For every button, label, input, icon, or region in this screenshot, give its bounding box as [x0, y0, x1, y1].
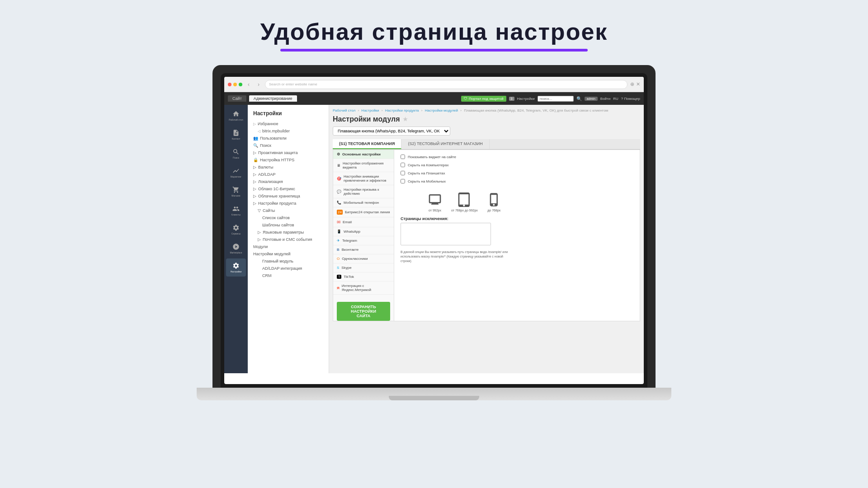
sidebar-item-https[interactable]: 🔒 Настройка HTTPS	[248, 156, 329, 164]
tab-s1[interactable]: (S1) ТЕСТОВАЯ КОМПАНИЯ	[333, 139, 401, 149]
settings-link[interactable]: Настройки	[517, 97, 535, 101]
sidebar-label-search: Поиск	[233, 156, 239, 159]
sidebar-item-locale[interactable]: ▷ Локализация	[248, 178, 329, 185]
menu-item-animation[interactable]: 🎯 Настройки анимации привлечения и эффек…	[333, 172, 394, 185]
content-area: Рабочий стол › Настройки › Настройки про…	[329, 105, 644, 373]
tab-admin[interactable]: Администрирование	[249, 95, 297, 102]
sidebar-item-clients[interactable]: Клиенты	[226, 202, 246, 220]
settings-content-left: Показывать виджет на сайте Скрыть на Ком…	[394, 150, 515, 321]
breadcrumb-module-settings[interactable]: Настройки модулей	[425, 108, 458, 113]
menu-item-whatsapp[interactable]: 📱 WhatsApp	[333, 227, 394, 236]
menu-item-yandex[interactable]: Я Интеграция с Яндекс.Метрикой	[333, 282, 394, 295]
device-tablet: от 768рх до 992рх	[451, 192, 478, 212]
menu-item-cta[interactable]: 💬 Настройки призыва к действию	[333, 185, 394, 198]
sidebar-item-ldap-integration[interactable]: AD/LDAP интеграция	[248, 265, 329, 272]
sidebar-item-product-settings[interactable]: ▷ Настройки продукта	[248, 200, 329, 207]
portal-protected-btn[interactable]: 🛡 Портал под защитой	[461, 96, 506, 102]
menu-item-ok[interactable]: O Одноклассники	[333, 254, 394, 263]
show-widget-checkbox[interactable]	[401, 155, 405, 159]
browser-forward[interactable]: ›	[255, 81, 262, 88]
sidebar-item-users[interactable]: 👥 Пользователи	[248, 135, 329, 142]
search-input[interactable]	[538, 96, 574, 102]
sidebar-item-content[interactable]: Контент	[226, 126, 246, 144]
menu-item-email[interactable]: ✉ Email	[333, 217, 394, 227]
lang-switcher[interactable]: RU	[613, 97, 618, 101]
sidebar-item-search2[interactable]: 🔍 Поиск	[248, 142, 329, 149]
sidebar-item-sites[interactable]: ▽ Сайты	[248, 207, 329, 214]
title-underline	[280, 49, 588, 52]
sidebar-item-protection[interactable]: ▷ Проактивная защита	[248, 149, 329, 156]
notification-badge[interactable]: 3	[509, 97, 514, 101]
skype-icon: S	[337, 266, 339, 270]
browser-chrome: ‹ › Search or enter website name ⊕✕	[224, 77, 644, 92]
sidebar-item-marketplace[interactable]: Marketplace	[226, 239, 246, 258]
cta-icon: 💬	[337, 190, 341, 194]
sidebar-item-module-settings[interactable]: Настройки модулей	[248, 250, 329, 258]
exclude-pages-textarea[interactable]	[401, 223, 491, 245]
tab-s1-label: (S1) ТЕСТОВАЯ КОМПАНИЯ	[339, 141, 395, 146]
menu-label-b24: Битрикс24 открытая линия	[345, 210, 390, 214]
menu-item-skype[interactable]: S Skype	[333, 263, 394, 272]
tab-s2-label: (S2) ТЕСТОВЫЙ ИНТЕРНЕТ МАГАЗИН	[408, 141, 482, 146]
breadcrumb-product-settings[interactable]: Настройки продукта	[385, 108, 419, 113]
sidebar-item-mail-sms[interactable]: ▷ Почтовые и СМС события	[248, 236, 329, 243]
sidebar-item-desktop[interactable]: Рабочий стол	[226, 107, 246, 125]
menu-item-b24[interactable]: 24 Битрикс24 открытая линия	[333, 207, 394, 217]
menu-item-basic[interactable]: ⚙ Основные настройки	[333, 150, 394, 159]
breadcrumb-settings[interactable]: Настройки	[361, 108, 379, 113]
menu-item-phone[interactable]: 📞 Мобильный телефон	[333, 198, 394, 207]
sidebar-item-search[interactable]: Поиск	[226, 145, 246, 163]
browser-url-bar[interactable]: Search or enter website name	[265, 80, 627, 89]
tiktok-icon: T	[337, 275, 341, 279]
sidebar-item-services[interactable]: Сервисы	[226, 221, 246, 239]
hide-mobile-checkbox[interactable]	[401, 179, 405, 183]
sidebar-item-settings[interactable]: Настройки	[226, 258, 246, 277]
vk-icon: В	[337, 248, 340, 252]
sidebar-item-crm[interactable]: CRM	[248, 272, 329, 279]
menu-label-phone: Мобильный телефон	[344, 201, 379, 205]
sidebar-item-cloud-storage[interactable]: ▷ Облачные хранилища	[248, 192, 329, 200]
search-btn[interactable]: 🔍	[576, 96, 582, 101]
browser-close[interactable]	[228, 83, 231, 86]
tab-s2[interactable]: (S2) ТЕСТОВЫЙ ИНТЕРНЕТ МАГАЗИН	[401, 139, 489, 149]
menu-label-cta: Настройки призыва к действию	[344, 188, 390, 196]
sidebar-item-favorites[interactable]: ▷ Избранное	[248, 120, 329, 127]
login-btn[interactable]: Войти	[600, 97, 610, 101]
ok-icon: O	[337, 257, 340, 261]
sidebar-item-main-module[interactable]: Главный модуль	[248, 258, 329, 265]
tab-site[interactable]: Сайт	[228, 95, 246, 102]
menu-item-display[interactable]: 🖥 Настройки отображения виджета	[333, 159, 394, 172]
hide-tablet-checkbox[interactable]	[401, 171, 405, 175]
device-tablet-label: от 768рх до 992рх	[451, 209, 478, 212]
sidebar-item-mpbuilder[interactable]: ◁ bitrix.mpbuilder	[248, 127, 329, 135]
sidebar-title: Настройки	[248, 108, 329, 120]
browser-minimize[interactable]	[233, 83, 237, 86]
sidebar-item-shop[interactable]: Магазин	[226, 183, 246, 201]
laptop-container: ‹ › Search or enter website name ⊕✕ Сайт…	[197, 65, 671, 400]
help-icon[interactable]: ? Помощер	[621, 97, 640, 101]
menu-item-telegram[interactable]: ✈ Telegram	[333, 236, 394, 245]
sidebar-item-modules[interactable]: Модули	[248, 243, 329, 250]
menu-item-tiktok[interactable]: T TikTok	[333, 272, 394, 282]
sidebar-item-currencies[interactable]: ▷ Валюты	[248, 164, 329, 171]
settings-panel: ⚙ Основные настройки 🖥 Настройки отображ…	[333, 150, 640, 321]
favorite-star-icon[interactable]: ★	[403, 116, 408, 122]
sidebar-item-sites-list[interactable]: Список сайтов	[248, 214, 329, 221]
browser-back[interactable]: ‹	[245, 81, 252, 88]
hide-desktop-checkbox[interactable]	[401, 163, 405, 167]
sidebar-item-cloud-bitrix[interactable]: ▷ Облако 1С-Битрикс	[248, 185, 329, 192]
module-select[interactable]: Плавающая кнопка (WhatsApp, B24, Telegra…	[333, 127, 450, 136]
sidebar-item-templates[interactable]: Шаблоны сайтов	[248, 221, 329, 229]
device-mobile-label: до 768рх	[487, 209, 500, 212]
sidebar-item-marketing[interactable]: Маркетинг	[226, 164, 246, 182]
save-settings-btn[interactable]: СОХРАНИТЬ НАСТРОЙКИ САЙТА	[337, 302, 390, 321]
browser-maximize[interactable]	[239, 83, 242, 86]
sidebar-label-desktop: Рабочий стол	[229, 118, 243, 121]
exclude-pages-label: Страницы исключения:	[401, 216, 509, 221]
menu-label-yandex: Интеграция с Яндекс.Метрикой	[342, 284, 390, 292]
breadcrumb-desktop[interactable]: Рабочий стол	[333, 108, 355, 113]
phone-icon: 📞	[337, 201, 341, 205]
sidebar-item-lang-params[interactable]: ▷ Языковые параметры	[248, 229, 329, 236]
sidebar-item-ldap[interactable]: ▷ AD/LDAP	[248, 171, 329, 178]
menu-item-vk[interactable]: В Вконтакте	[333, 245, 394, 254]
